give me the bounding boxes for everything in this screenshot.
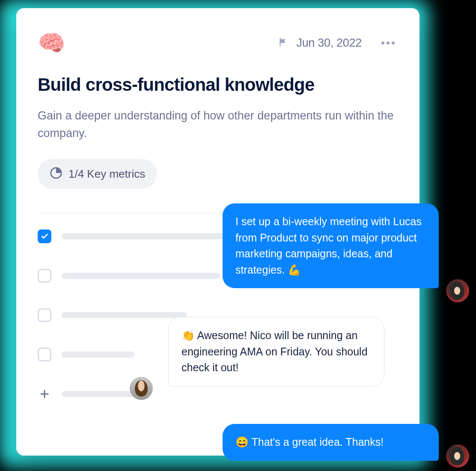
- add-item-row[interactable]: [38, 387, 398, 401]
- header-right: Jun 30, 2022: [277, 36, 398, 50]
- chat-bubble-sent: 😄 That's a great idea. Thanks!: [223, 424, 439, 461]
- plus-icon[interactable]: [38, 387, 51, 401]
- goal-description[interactable]: Gain a deeper understanding of how other…: [38, 107, 398, 142]
- checkbox-unchecked[interactable]: [38, 308, 51, 322]
- checkbox-unchecked[interactable]: [38, 269, 51, 283]
- key-metrics-pill[interactable]: 1/4 Key metrics: [38, 159, 157, 189]
- item-placeholder-line: [62, 273, 220, 279]
- card-header: 🧠 Jun 30, 2022: [38, 32, 398, 54]
- flag-icon[interactable]: [277, 36, 289, 49]
- checkbox-checked[interactable]: [38, 230, 51, 243]
- chat-bubble-sent: I set up a bi-weekly meeting with Lucas …: [223, 203, 439, 288]
- item-placeholder-line: [62, 312, 187, 318]
- avatar[interactable]: [446, 444, 469, 468]
- key-metrics-label: 1/4 Key metrics: [68, 167, 145, 181]
- goal-title[interactable]: Build cross-functional knowledge: [38, 75, 398, 95]
- brain-icon: 🧠: [38, 32, 65, 54]
- item-placeholder-line: [62, 352, 134, 358]
- progress-pie-icon: [50, 167, 62, 181]
- more-button[interactable]: [378, 38, 398, 48]
- checkbox-unchecked[interactable]: [38, 348, 51, 361]
- avatar[interactable]: [130, 377, 153, 400]
- chat-bubble-received: 👏 Awesome! Nico will be running an engin…: [168, 317, 384, 387]
- avatar[interactable]: [446, 279, 469, 302]
- item-placeholder-line: [62, 233, 231, 239]
- due-date[interactable]: Jun 30, 2022: [296, 36, 362, 50]
